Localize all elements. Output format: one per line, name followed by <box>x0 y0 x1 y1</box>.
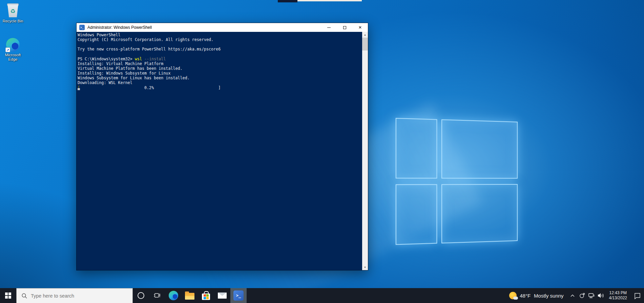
close-icon: ✕ <box>358 25 362 29</box>
meet-now-button[interactable] <box>577 288 587 303</box>
desktop-icon-label: Microsoft Edge <box>2 53 24 62</box>
action-center-button[interactable] <box>630 288 644 303</box>
console-line: Virtual Machine Platform has been instal… <box>78 66 362 71</box>
console-line: Installing: Virtual Machine Platform <box>78 61 362 66</box>
windows-logo-pane <box>441 184 518 243</box>
windows-start-icon <box>5 292 11 299</box>
console-line <box>78 52 362 57</box>
shortcut-arrow-icon: ↗ <box>5 47 10 52</box>
screen: ♻ Recycle Bin ↗ Microsoft Edge >_ Admini… <box>0 0 644 303</box>
taskbar-app-powershell[interactable]: >_ <box>230 288 247 303</box>
windows-logo-pane <box>396 184 437 245</box>
console-line: [ 0.2% ] <box>78 85 362 90</box>
console-line: Windows Subsystem for Linux has been ins… <box>78 76 362 80</box>
maximize-button[interactable] <box>337 23 352 32</box>
console-line: Installing: Windows Subsystem for Linux <box>78 71 362 76</box>
windows-logo-pane <box>441 119 518 179</box>
network-button[interactable] <box>587 288 596 303</box>
window-title: Administrator: Windows PowerShell <box>87 25 152 30</box>
taskbar-app-edge[interactable] <box>165 288 182 303</box>
microsoft-store-icon <box>202 294 210 300</box>
taskbar: >_ 48°F Mostly sunny <box>0 288 644 303</box>
desktop-icon-label: Recycle Bin <box>3 19 23 23</box>
desktop-icon-microsoft-edge[interactable]: ↗ Microsoft Edge <box>2 38 24 62</box>
console-line <box>78 42 362 47</box>
taskbar-app-mail[interactable] <box>214 288 230 303</box>
taskbar-app-task-view[interactable] <box>149 288 165 303</box>
windows-logo-wallpaper <box>396 115 518 245</box>
volume-icon <box>597 291 605 300</box>
desktop[interactable]: ♻ Recycle Bin ↗ Microsoft Edge >_ Admini… <box>0 0 644 288</box>
console-scrollbar[interactable]: ▲ ▼ <box>362 32 368 270</box>
console-line: PS C:\Windows\system32> wsl --install <box>78 57 362 61</box>
window-titlebar[interactable]: >_ Administrator: Windows PowerShell ✕ <box>77 23 368 32</box>
volume-button[interactable] <box>596 288 606 303</box>
maximize-icon <box>343 26 346 29</box>
network-icon <box>587 291 596 300</box>
meet-now-icon <box>578 292 586 299</box>
show-hidden-icons-button[interactable] <box>568 288 577 303</box>
action-center-icon <box>633 292 641 299</box>
edge-logo-icon: ↗ <box>6 38 20 52</box>
task-view-icon <box>153 292 161 299</box>
console-line: Try the new cross-platform PowerShell ht… <box>78 47 362 52</box>
console-line: Windows PowerShell <box>78 33 362 37</box>
clock-date: 4/13/2022 <box>609 296 627 301</box>
windows-logo-pane <box>396 118 437 179</box>
scrollbar-thumb[interactable] <box>362 38 368 50</box>
minimize-icon <box>327 27 331 28</box>
cortana-icon <box>138 292 144 299</box>
edge-icon <box>169 291 178 300</box>
text-cursor <box>78 88 80 90</box>
powershell-window: >_ Administrator: Windows PowerShell ✕ W… <box>76 23 368 270</box>
console-line: Downloading: WSL Kernel <box>78 80 362 85</box>
mail-icon <box>218 292 227 299</box>
recycle-glyph-icon: ♻ <box>10 8 15 14</box>
mostly-sunny-icon <box>509 292 517 299</box>
scroll-down-icon[interactable]: ▼ <box>362 264 368 270</box>
taskbar-app-cortana[interactable] <box>133 288 149 303</box>
clock-time: 12:43 PM <box>609 290 627 296</box>
console-area[interactable]: Windows PowerShellCopyright (C) Microsof… <box>77 32 368 270</box>
file-explorer-icon <box>185 293 194 300</box>
taskbar-app-microsoft-store[interactable] <box>198 288 214 303</box>
weather-widget[interactable]: 48°F Mostly sunny <box>505 288 567 303</box>
taskbar-app-file-explorer[interactable] <box>182 288 198 303</box>
console-output: Windows PowerShellCopyright (C) Microsof… <box>77 32 362 270</box>
close-button[interactable]: ✕ <box>352 23 368 32</box>
weather-temperature: 48°F <box>520 293 531 299</box>
scroll-up-icon[interactable]: ▲ <box>362 32 368 38</box>
powershell-titlebar-icon: >_ <box>79 25 85 30</box>
desktop-icon-recycle-bin[interactable]: ♻ Recycle Bin <box>2 3 24 23</box>
console-line: Copyright (C) Microsoft Corporation. All… <box>78 37 362 42</box>
weather-condition: Mostly sunny <box>534 293 564 299</box>
background-window-fragment-light <box>297 0 362 1</box>
search-input[interactable] <box>31 293 119 299</box>
minimize-button[interactable] <box>321 23 337 32</box>
powershell-icon: >_ <box>233 290 244 301</box>
taskbar-clock[interactable]: 12:43 PM 4/13/2022 <box>606 290 630 301</box>
start-button[interactable] <box>0 288 16 303</box>
recycle-bin-icon: ♻ <box>6 3 19 18</box>
chevron-up-icon <box>569 292 576 299</box>
search-icon <box>21 293 27 299</box>
background-window-fragment-dark <box>278 0 297 2</box>
taskbar-search[interactable] <box>16 288 133 303</box>
